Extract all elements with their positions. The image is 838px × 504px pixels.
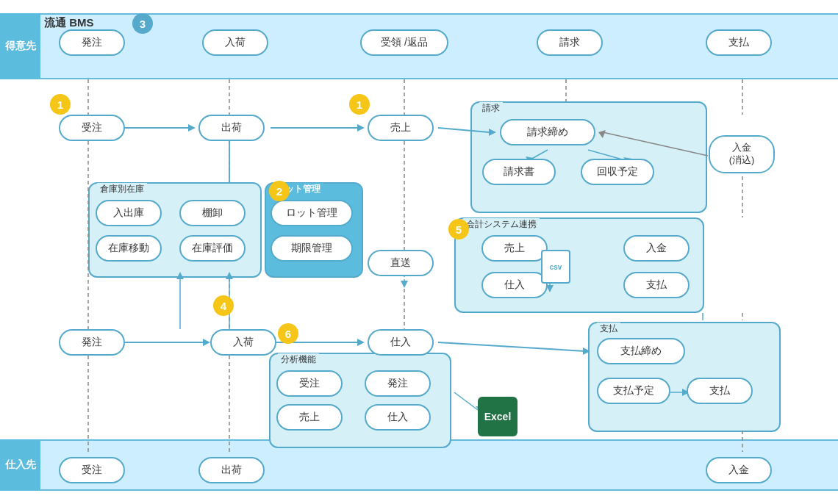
box-nyukin[interactable]: 入金 (消込) xyxy=(709,135,775,173)
box-shukka[interactable]: 出荷 xyxy=(198,115,265,141)
box-k-uriage[interactable]: 売上 xyxy=(481,235,548,262)
box-bb-order[interactable]: 受注 xyxy=(59,457,125,483)
badge-5: 5 xyxy=(448,219,469,240)
bms-label: 流通 BMS xyxy=(44,16,94,30)
svg-line-31 xyxy=(438,342,585,351)
kaikei-section: 会計システム連携 xyxy=(454,217,704,313)
bottom-band-label: 仕入先 xyxy=(0,439,40,491)
badge-3: 3 xyxy=(132,13,153,34)
box-seikyu-sho[interactable]: 請求書 xyxy=(482,159,556,185)
box-an-juchu[interactable]: 受注 xyxy=(276,370,343,397)
box-tb-arrival[interactable]: 入荷 xyxy=(202,29,268,56)
box-sh-pay[interactable]: 支払 xyxy=(687,378,753,404)
box-tb-payment[interactable]: 支払 xyxy=(706,29,772,56)
box-k-shiharai[interactable]: 支払 xyxy=(623,272,690,298)
badge-4: 4 xyxy=(213,295,234,316)
badge-1b: 1 xyxy=(349,94,370,115)
shiharai-label: 支払 xyxy=(597,323,620,335)
box-lot[interactable]: ロット管理 xyxy=(271,200,353,226)
diagram-container: 得意先 仕入先 流通 BMS xyxy=(0,0,838,504)
box-kaishu-yotei[interactable]: 回収予定 xyxy=(581,159,654,185)
souko-section: 倉庫別在庫 xyxy=(88,182,262,278)
box-bb-nyukin[interactable]: 入金 xyxy=(706,457,772,483)
bunseki-label: 分析機能 xyxy=(278,353,319,366)
svg-marker-30 xyxy=(357,339,365,346)
box-juchu[interactable]: 受注 xyxy=(59,115,125,141)
seikyu-label: 請求 xyxy=(479,102,503,115)
bunseki-section: 分析機能 xyxy=(269,353,451,448)
box-uriage[interactable]: 売上 xyxy=(368,115,434,141)
box-chokuso[interactable]: 直送 xyxy=(368,250,434,276)
box-hatchu[interactable]: 発注 xyxy=(59,329,125,356)
svg-line-41 xyxy=(454,392,478,410)
box-kigen[interactable]: 期限管理 xyxy=(271,235,353,262)
svg-marker-28 xyxy=(203,339,210,346)
box-shiire[interactable]: 仕入 xyxy=(368,329,434,356)
box-sh-yotei[interactable]: 支払予定 xyxy=(597,378,670,404)
kaikei-label: 会計システム連携 xyxy=(463,218,540,231)
box-tb-order[interactable]: 発注 xyxy=(59,29,125,56)
box-nyuka[interactable]: 入荷 xyxy=(210,329,276,356)
badge-1a: 1 xyxy=(50,94,71,115)
svg-marker-38 xyxy=(401,281,408,288)
box-zaiko-ido[interactable]: 在庫移動 xyxy=(96,235,162,262)
csv-icon: csv xyxy=(541,250,570,284)
box-bb-shukka[interactable]: 出荷 xyxy=(198,457,265,483)
box-an-uriage[interactable]: 売上 xyxy=(276,404,343,431)
seikyu-section: 請求 xyxy=(470,101,707,213)
box-zaiko-hyoka[interactable]: 在庫評価 xyxy=(179,235,246,262)
svg-marker-16 xyxy=(188,124,196,132)
box-k-nyukin[interactable]: 入金 xyxy=(623,235,690,262)
box-k-shiire[interactable]: 仕入 xyxy=(481,272,548,298)
box-sh-shime[interactable]: 支払締め xyxy=(597,338,685,364)
svg-marker-18 xyxy=(357,124,365,132)
box-tb-receipt[interactable]: 受領 /返品 xyxy=(360,29,448,56)
badge-6: 6 xyxy=(278,323,298,344)
badge-2: 2 xyxy=(269,181,290,201)
box-seikyu-shime[interactable]: 請求締め xyxy=(500,119,595,145)
box-tanakoro[interactable]: 棚卸 xyxy=(179,200,246,226)
box-an-hatchu[interactable]: 発注 xyxy=(365,370,431,397)
box-nyushuko[interactable]: 入出庫 xyxy=(96,200,162,226)
top-band-label: 得意先 xyxy=(0,13,40,79)
souko-label: 倉庫別在庫 xyxy=(97,183,147,195)
box-an-shiire[interactable]: 仕入 xyxy=(365,404,431,431)
excel-icon: Excel xyxy=(478,397,518,436)
box-tb-bill[interactable]: 請求 xyxy=(537,29,603,56)
